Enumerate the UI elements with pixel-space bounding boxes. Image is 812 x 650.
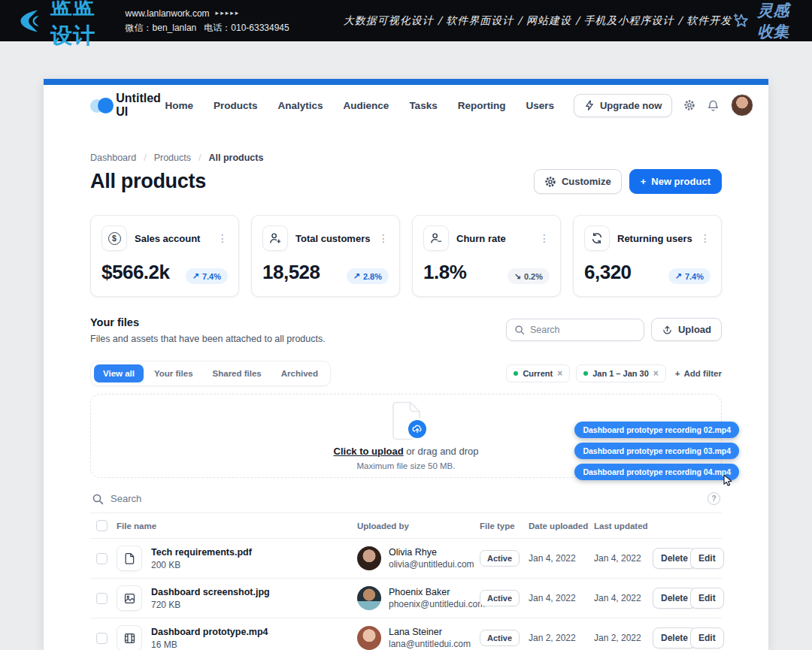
avatar <box>357 626 381 650</box>
nav-item-products[interactable]: Products <box>214 100 258 111</box>
uploader-email: phoenix@untitledui.com <box>389 599 485 609</box>
date-updated: Jan 4, 2022 <box>594 593 653 603</box>
tab-view-all[interactable]: View all <box>94 364 144 382</box>
upgrade-now-button[interactable]: Upgrade now <box>574 94 672 117</box>
avatar <box>357 546 381 570</box>
date-updated: Jan 2, 2022 <box>594 633 653 643</box>
filter-label: Current <box>523 369 553 378</box>
tab-shared-files[interactable]: Shared files <box>204 364 271 382</box>
uploader-email: lana@untitledui.com <box>389 639 471 649</box>
files-tab-group: View all Your files Shared files Archive… <box>90 361 331 386</box>
status-badge: Active <box>480 630 520 646</box>
col-file-type: File type <box>480 522 529 531</box>
site-banner: 蓝蓝设计 www.lanlanwork.com ▸▸▸▸▸ 微信：ben_lan… <box>0 0 812 41</box>
nav-item-reporting[interactable]: Reporting <box>458 100 506 111</box>
upload-dropzone[interactable]: Click to upload or drag and drop Maximum… <box>90 394 722 478</box>
kebab-menu-icon[interactable]: ⋮ <box>539 233 550 243</box>
settings-gear-icon[interactable] <box>683 99 695 111</box>
file-size: 200 KB <box>151 560 252 570</box>
row-checkbox[interactable] <box>96 553 108 564</box>
stat-value: 18,528 <box>262 261 320 284</box>
breadcrumb-dashboard[interactable]: Dashboard <box>90 153 136 163</box>
refresh-icon <box>584 225 610 251</box>
files-description: Files and assets that have been attached… <box>90 334 326 344</box>
upload-button[interactable]: Upload <box>651 318 722 341</box>
user-avatar[interactable] <box>731 94 753 116</box>
nav-item-analytics[interactable]: Analytics <box>278 100 323 111</box>
banner-site-url[interactable]: www.lanlanwork.com <box>126 7 210 21</box>
untitled-ui-logo-icon <box>90 98 109 113</box>
table-header: File name Uploaded by File type Date upl… <box>90 513 722 539</box>
trend-up-icon: ↗ <box>192 271 199 281</box>
col-last-updated: Last updated <box>594 522 653 531</box>
banner-contact: www.lanlanwork.com ▸▸▸▸▸ 微信：ben_lanlan 电… <box>126 7 289 35</box>
plus-icon: + <box>641 176 647 187</box>
stat-label: Churn rate <box>456 233 506 244</box>
row-checkbox[interactable] <box>96 593 108 604</box>
kebab-menu-icon[interactable]: ⋮ <box>217 233 228 243</box>
kebab-menu-icon[interactable]: ⋮ <box>700 233 710 243</box>
inspiration-collect-button[interactable]: 灵感收集 <box>732 0 795 42</box>
stat-value: 1.8% <box>423 261 466 284</box>
dragged-file-chip[interactable]: Dashboard prototype recording 03.mp4 <box>574 443 739 459</box>
stat-label: Returning users <box>617 233 692 244</box>
nav-item-home[interactable]: Home <box>165 100 194 111</box>
dragged-file-chip[interactable]: Dashboard prototype recording 04.mp4 <box>574 464 739 480</box>
row-checkbox[interactable] <box>96 633 108 644</box>
untitled-ui-brand[interactable]: Untitled UI <box>90 92 165 119</box>
dashboard-window: Untitled UI Home Products Analytics Audi… <box>44 79 768 650</box>
status-badge: Active <box>480 590 520 606</box>
page-title: All products <box>90 170 206 193</box>
edit-button[interactable]: Edit <box>690 588 724 609</box>
date-updated: Jan 4, 2022 <box>594 553 653 564</box>
help-icon[interactable]: ? <box>707 492 720 505</box>
nav-item-audience[interactable]: Audience <box>344 100 389 111</box>
stat-card-churn: Churn rate ⋮ 1.8% ↘0.2% <box>412 215 561 297</box>
banner-phone: 电话：010-63334945 <box>204 23 289 33</box>
nav-item-tasks[interactable]: Tasks <box>409 100 437 111</box>
customize-label: Customize <box>562 176 611 187</box>
filter-chip-daterange[interactable]: Jan 1 – Jan 30 × <box>576 364 666 382</box>
tab-archived[interactable]: Archived <box>272 364 327 382</box>
nav-links: Home Products Analytics Audience Tasks R… <box>165 100 554 111</box>
files-search-input[interactable] <box>530 325 636 335</box>
table-row: Dashboard screenshot.jpg 720 KB Phoenix … <box>90 579 722 618</box>
stat-card-sales: $ Sales account ⋮ $566.2k ↗7.4% <box>90 215 239 297</box>
uploader-name: Olivia Rhye <box>389 547 474 558</box>
tab-your-files[interactable]: Your files <box>145 364 202 382</box>
edit-button[interactable]: Edit <box>690 548 724 569</box>
stat-cards: $ Sales account ⋮ $566.2k ↗7.4% Total cu… <box>90 215 722 297</box>
date-uploaded: Jan 2, 2022 <box>529 633 594 643</box>
dropzone-text: Click to upload or drag and drop <box>334 446 479 457</box>
table-search-input[interactable] <box>111 493 701 504</box>
file-document-icon <box>117 546 142 571</box>
upgrade-label: Upgrade now <box>600 100 662 111</box>
sparkle-star-icon <box>732 11 751 31</box>
kebab-menu-icon[interactable]: ⋮ <box>378 233 389 243</box>
files-search-box[interactable] <box>506 319 644 341</box>
select-all-checkbox[interactable] <box>96 520 108 531</box>
customize-gear-icon <box>544 176 556 188</box>
nav-item-users[interactable]: Users <box>526 100 554 111</box>
file-name: Dashboard screenshot.jpg <box>151 587 270 597</box>
edit-button[interactable]: Edit <box>690 627 724 648</box>
user-plus-icon <box>262 225 288 251</box>
filter-chip-current[interactable]: Current × <box>506 364 570 382</box>
add-filter-button[interactable]: + Add filter <box>675 369 722 378</box>
close-icon[interactable]: × <box>653 369 659 378</box>
breadcrumb-current: All products <box>208 153 263 163</box>
breadcrumb-separator: / <box>198 153 201 163</box>
click-to-upload-link[interactable]: Click to upload <box>334 446 404 457</box>
trend-badge: ↗2.8% <box>347 268 389 284</box>
upload-icon <box>662 324 673 335</box>
notifications-bell-icon[interactable] <box>707 99 720 112</box>
image-file-icon <box>117 585 142 611</box>
new-product-button[interactable]: + New product <box>629 169 722 194</box>
close-icon[interactable]: × <box>557 369 562 378</box>
breadcrumb-products[interactable]: Products <box>154 153 191 163</box>
date-uploaded: Jan 4, 2022 <box>529 593 594 603</box>
dragged-file-chip[interactable]: Dashboard prototype recording 02.mp4 <box>574 422 739 438</box>
customize-button[interactable]: Customize <box>534 169 622 194</box>
trend-badge: ↗7.4% <box>186 268 228 284</box>
banner-wechat: 微信：ben_lanlan <box>126 23 197 33</box>
